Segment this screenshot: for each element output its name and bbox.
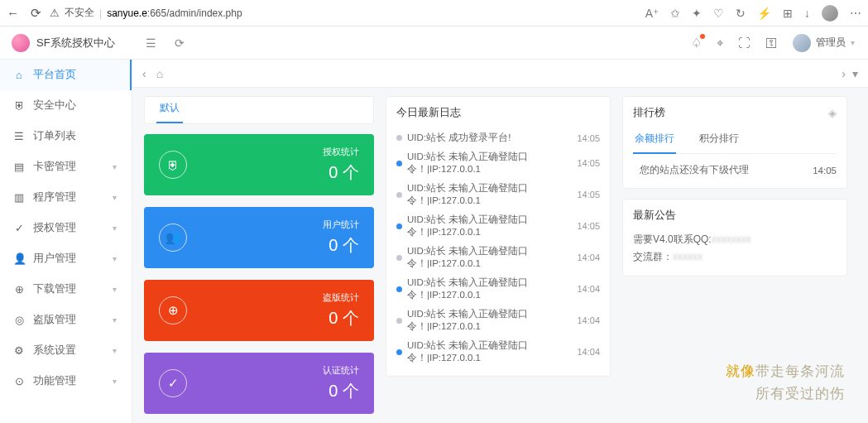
fullscreen-icon[interactable]: ⛶ [738, 36, 751, 50]
sidebar-item-7[interactable]: ⊕下载管理▾ [0, 274, 132, 305]
log-text: UID:站长 未输入正确登陆口令！|IP:127.0.0.1 [407, 214, 577, 238]
chevron-down-icon: ▾ [113, 254, 117, 263]
collections-icon[interactable]: ⊞ [783, 7, 793, 20]
log-time: 14:05 [577, 158, 600, 168]
puzzle-icon[interactable]: ✦ [692, 7, 702, 20]
sidebar-item-0[interactable]: ⌂平台首页 [0, 60, 132, 90]
sidebar-icon: ◎ [13, 314, 25, 326]
sidebar-icon: ▤ [13, 161, 25, 173]
more-icon[interactable]: ⋯ [850, 7, 861, 20]
sidebar-item-1[interactable]: ⛨安全中心 [0, 90, 132, 121]
user-avatar [793, 34, 811, 52]
stat-card-1[interactable]: 👥用户统计0 个 [144, 207, 374, 268]
rank-panel: 排行榜 ◈ 余额排行 积分排行 您的站点还没有下级代理 14:05 [622, 96, 847, 189]
sidebar-item-3[interactable]: ▤卡密管理▾ [0, 151, 132, 182]
nav-back-icon[interactable]: ← [7, 6, 19, 20]
url-path: :665/admin/index.php [147, 7, 242, 19]
sidebar-item-8[interactable]: ◎盗版管理▾ [0, 305, 132, 335]
sidebar-item-2[interactable]: ☰订单列表 [0, 121, 132, 151]
sidebar-icon: ⊙ [13, 375, 25, 387]
chevron-down-icon: ▾ [113, 315, 117, 324]
status-dot [396, 255, 402, 261]
gem-icon[interactable]: ◈ [828, 107, 837, 119]
url-host: sanyue.e [107, 7, 147, 19]
chevron-down-icon: ▾ [113, 346, 117, 355]
download-icon[interactable]: ↓ [804, 7, 810, 20]
sidebar-icon: ⌂ [13, 69, 25, 81]
log-time: 14:04 [577, 347, 600, 357]
log-text: UID:站长 未输入正确登陆口令！|IP:127.0.0.1 [407, 245, 577, 270]
status-dot [396, 224, 402, 229]
log-time: 14:04 [577, 252, 600, 262]
sidebar-item-10[interactable]: ⊙功能管理▾ [0, 366, 132, 397]
announce-panel: 最新公告 需要V4.0联系QQ:xxxxxxxx 交流群：xxxxxx [622, 199, 847, 276]
insecure-icon: ⚠ [50, 7, 60, 19]
log-row: UID:站长 未输入正确登陆口令！|IP:127.0.0.114:04 [396, 242, 600, 273]
stat-value: 0 个 [202, 161, 359, 184]
chevron-down-icon: ▾ [113, 224, 117, 233]
log-row: UID:站长 未输入正确登陆口令！|IP:127.0.0.114:05 [396, 179, 600, 210]
breadcrumb-bar: ‹ ⌂ › ▾ [132, 60, 868, 88]
sidebar-label: 系统设置 [33, 344, 76, 358]
user-menu[interactable]: 管理员 ▾ [793, 34, 855, 52]
profile-avatar[interactable] [822, 5, 838, 22]
sidebar-item-6[interactable]: 👤用户管理▾ [0, 243, 132, 274]
reload-icon[interactable]: ⟳ [175, 36, 185, 50]
status-dot [396, 349, 402, 355]
crumb-forward-icon[interactable]: › [842, 67, 846, 80]
app-header: SF系统授权中心 ☰ ⟳ ♤ ⌖ ⛶ ⚿ 管理员 ▾ [0, 26, 868, 60]
sidebar-item-4[interactable]: ▥程序管理▾ [0, 182, 132, 213]
stat-card-2[interactable]: ⊕盗版统计0 个 [144, 280, 374, 341]
rank-tab-balance[interactable]: 余额排行 [633, 125, 676, 154]
bell-icon[interactable]: ♤ [691, 36, 702, 50]
chevron-down-icon: ▾ [851, 38, 855, 47]
stat-value: 0 个 [202, 307, 359, 329]
sidebar-label: 用户管理 [33, 252, 76, 266]
chevron-down-icon: ▾ [113, 285, 117, 294]
tag-icon[interactable]: ⌖ [717, 36, 723, 50]
status-dot [396, 161, 402, 166]
crumb-menu-icon[interactable]: ▾ [852, 67, 858, 80]
stat-value: 0 个 [202, 234, 359, 257]
crumb-back-icon[interactable]: ‹ [142, 67, 146, 80]
status-dot [396, 135, 402, 141]
sync-icon[interactable]: ↻ [736, 7, 746, 20]
log-text: UID:站长 未输入正确登陆口令！|IP:127.0.0.1 [407, 308, 577, 333]
log-row: UID:站长 未输入正确登陆口令！|IP:127.0.0.114:04 [396, 273, 600, 305]
nav-refresh-icon[interactable]: ⟳ [31, 6, 41, 21]
stat-icon: ⛨ [159, 151, 187, 179]
sidebar-icon: ⊕ [13, 283, 25, 296]
log-row: UID:站长 未输入正确登陆口令！|IP:127.0.0.114:04 [396, 305, 600, 336]
sidebar-item-5[interactable]: ✓授权管理▾ [0, 213, 132, 243]
browser-chrome: ← ⟳ ⚠ 不安全 | sanyue.e:665/admin/index.php… [0, 0, 868, 26]
performance-icon[interactable]: ⚡ [757, 7, 771, 20]
rank-row-text: 您的站点还没有下级代理 [640, 164, 749, 176]
log-time: 14:05 [577, 190, 600, 199]
sidebar-label: 下载管理 [33, 282, 76, 296]
rank-tab-points[interactable]: 积分排行 [698, 125, 741, 153]
home-icon[interactable]: ⌂ [156, 67, 163, 80]
announce-line2: 交流群： [633, 251, 673, 262]
chevron-down-icon: ▾ [113, 193, 117, 202]
favorite-icon[interactable]: ✩ [670, 7, 680, 20]
text-size-icon[interactable]: A⁺ [645, 7, 659, 20]
stat-card-0[interactable]: ⛨授权统计0 个 [144, 134, 374, 195]
status-dot [396, 286, 402, 292]
stat-card-3[interactable]: ✓认证统计0 个 [144, 353, 374, 414]
sidebar-label: 安全中心 [33, 99, 76, 113]
user-name: 管理员 [816, 36, 846, 50]
address-bar[interactable]: ⚠ 不安全 | sanyue.e:665/admin/index.php [50, 6, 637, 20]
shield-icon[interactable]: ♡ [713, 7, 724, 20]
sidebar-icon: 👤 [13, 252, 25, 265]
lock-icon[interactable]: ⚿ [765, 36, 778, 50]
app-title: SF系统授权中心 [36, 36, 115, 50]
log-time: 14:05 [577, 133, 600, 143]
chevron-down-icon: ▾ [113, 162, 117, 171]
stat-title: 授权统计 [202, 146, 359, 158]
tab-default[interactable]: 默认 [156, 94, 183, 123]
menu-toggle-icon[interactable]: ☰ [146, 36, 156, 50]
sidebar-label: 订单列表 [33, 129, 76, 143]
log-time: 14:05 [577, 221, 600, 231]
sidebar-item-9[interactable]: ⚙系统设置▾ [0, 335, 132, 366]
announce-title: 最新公告 [633, 199, 837, 231]
